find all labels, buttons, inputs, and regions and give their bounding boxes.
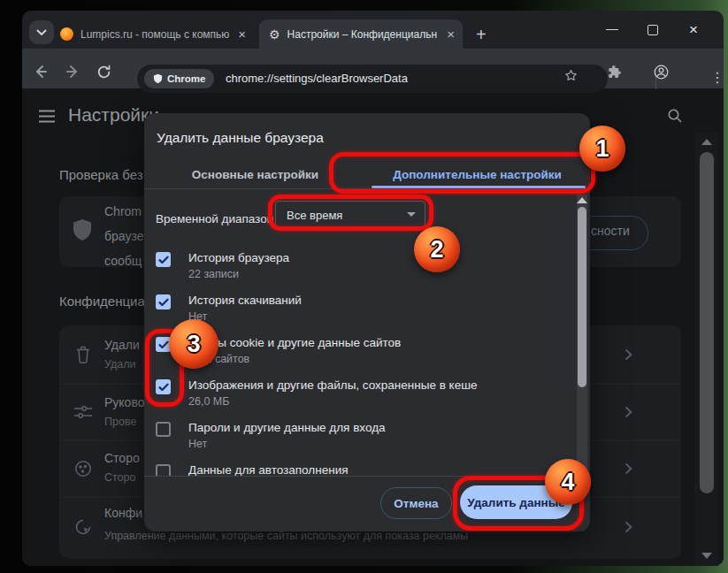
settings-menu-button[interactable] <box>38 110 56 126</box>
site-chip-label: Chrome <box>167 73 205 84</box>
safety-card-text: сообщ <box>104 254 142 268</box>
checkbox-browsing-history[interactable] <box>156 252 171 267</box>
hamburger-icon <box>38 110 56 123</box>
star-icon <box>563 68 579 83</box>
desktop: Lumpics.ru - помощь с компью × ⚙ Настрой… <box>0 0 728 573</box>
bookmark-star-button[interactable] <box>558 63 583 88</box>
chevron-right-icon <box>625 348 632 364</box>
item-sub: 22 записи <box>188 268 239 280</box>
annotation-step-4: 4 <box>545 459 591 505</box>
time-range-label: Временной диапазон <box>156 212 273 225</box>
page-scrollbar-thumb[interactable] <box>700 152 714 493</box>
item-label: История браузера <box>188 251 289 264</box>
checkmark-icon <box>158 256 169 264</box>
search-icon <box>667 108 683 124</box>
chevron-right-icon <box>625 406 632 422</box>
row-privacy-guide-title[interactable]: Руково <box>104 395 144 409</box>
item-label: Файлы cookie и другие данные сайтов <box>188 336 401 349</box>
profile-button[interactable] <box>648 59 673 84</box>
tab-lumpics[interactable]: Lumpics.ru - помощь с компью × <box>50 19 254 49</box>
scroll-down-arrow-icon[interactable] <box>701 553 712 559</box>
safety-card-text: Chrom <box>104 204 142 218</box>
row-ad-privacy-title[interactable]: Конфи <box>104 506 142 520</box>
reload-button[interactable] <box>91 59 116 84</box>
checkbox-download-history[interactable] <box>156 294 171 309</box>
safety-check-button-label: сности <box>591 224 630 238</box>
tab-close-icon[interactable]: × <box>233 27 254 41</box>
row-ad-privacy-sub: Управление данными, которые сайты исполь… <box>104 530 468 542</box>
dialog-title: Удалить данные браузера <box>157 130 324 146</box>
list-item-cached-images: Изображения и другие файлы, сохраненные … <box>144 378 590 419</box>
dialog-scrollbar-thumb[interactable] <box>578 207 586 387</box>
window-close-button[interactable]: × <box>680 11 707 49</box>
cookie-icon <box>74 460 92 481</box>
tune-icon <box>74 405 92 423</box>
item-sub: Нет <box>188 438 207 450</box>
annotation-step-1: 1 <box>579 126 625 172</box>
reload-icon <box>96 65 111 80</box>
dialog-scrollbar[interactable] <box>577 195 587 476</box>
ad-privacy-icon <box>74 518 92 539</box>
forward-arrow-icon <box>65 64 80 80</box>
site-info-chip[interactable]: Chrome <box>144 69 214 88</box>
minimize-icon <box>606 29 618 31</box>
annotation-box-2 <box>268 195 433 231</box>
puzzle-icon <box>607 65 622 80</box>
maximize-icon <box>648 25 658 35</box>
back-arrow-icon <box>33 64 49 80</box>
tab-title: Настройки – Конфиденциальн <box>287 28 442 41</box>
row-cookies-sub: Сторо <box>104 471 135 484</box>
annotation-step-3: 3 <box>169 319 218 369</box>
annotation-box-1 <box>329 152 595 194</box>
item-label: Изображения и другие файлы, сохраненные … <box>188 378 478 392</box>
settings-search-button[interactable] <box>667 108 683 127</box>
list-item-browsing-history: История браузера 22 записи <box>144 251 590 292</box>
browser-menu-button[interactable]: ⋮ <box>710 69 724 86</box>
tab-settings[interactable]: ⚙ Настройки – Конфиденциальн × <box>259 19 463 49</box>
row-clear-data-sub: Удали <box>104 358 136 371</box>
url-text: chrome://settings/clearBrowserData <box>226 72 408 85</box>
shield-icon <box>73 218 92 245</box>
cancel-button[interactable]: Отмена <box>380 487 452 519</box>
minimize-button[interactable] <box>599 11 625 49</box>
list-item-passwords: Пароли и другие данные для входа Нет <box>144 421 590 462</box>
new-tab-button[interactable]: + <box>476 26 487 43</box>
avatar-icon <box>653 64 670 80</box>
lumpics-favicon-icon <box>60 27 73 41</box>
forward-button[interactable] <box>60 59 85 84</box>
gear-icon: ⚙ <box>269 28 280 41</box>
row-clear-data-title[interactable]: Удали <box>104 338 140 352</box>
item-label: Данные для автозаполнения <box>188 463 348 477</box>
safety-card-text: браузе <box>104 229 143 243</box>
tab-title: Lumpics.ru - помощь с компью <box>80 28 233 41</box>
item-label: История скачиваний <box>188 294 302 307</box>
scroll-up-arrow-icon[interactable] <box>701 139 712 145</box>
chevron-right-icon <box>625 462 632 478</box>
row-privacy-guide-sub: Прове <box>104 416 136 428</box>
chevron-right-icon <box>625 521 632 537</box>
back-button[interactable] <box>28 59 53 84</box>
checkbox-autofill[interactable] <box>156 464 171 477</box>
maximize-button[interactable] <box>640 11 666 49</box>
item-sub: 26,0 МБ <box>188 395 229 408</box>
section-heading-privacy: Конфиденциа <box>59 294 145 309</box>
annotation-step-2: 2 <box>414 226 460 272</box>
shield-icon <box>153 73 163 84</box>
chevron-down-icon <box>36 29 47 36</box>
checkbox-passwords[interactable] <box>156 422 171 437</box>
section-heading-safety: Проверка без <box>59 167 143 182</box>
trash-icon <box>75 346 91 367</box>
item-label: Пароли и другие данные для входа <box>188 421 386 434</box>
tab-close-icon[interactable]: × <box>441 27 463 41</box>
row-cookies-title[interactable]: Сторо <box>104 451 140 465</box>
dialog-scroll-up-icon[interactable] <box>577 197 587 203</box>
omnibox[interactable]: Chrome chrome://settings/clearBrowserDat… <box>137 65 608 93</box>
list-item-autofill: Данные для автозаполнения <box>144 463 590 477</box>
checkmark-icon <box>158 298 169 307</box>
